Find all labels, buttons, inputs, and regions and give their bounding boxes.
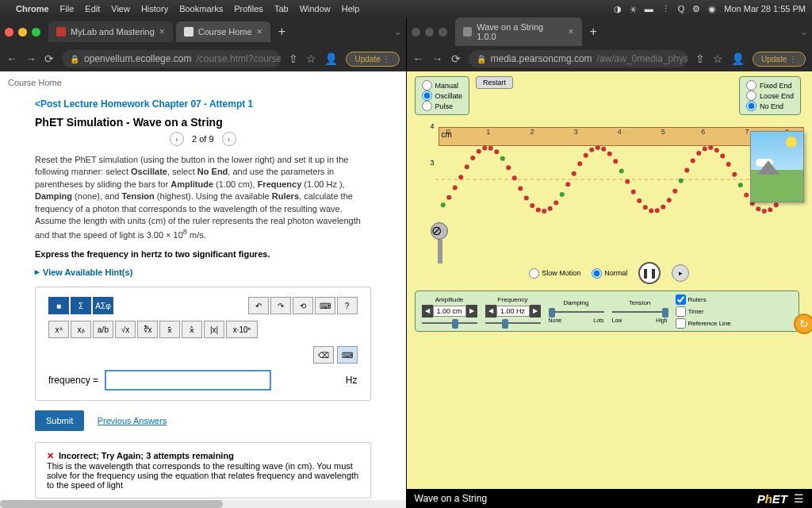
back-link[interactable]: <Post Lecture Homework Chapter 07 - Atte… xyxy=(35,98,371,110)
mode-pulse[interactable]: Pulse xyxy=(422,101,463,111)
end-loose[interactable]: Loose End xyxy=(746,90,794,101)
mode-oscillate[interactable]: Oscillate xyxy=(422,90,463,101)
end-fixed[interactable]: Fixed End xyxy=(746,80,794,90)
redo-button[interactable]: ↷ xyxy=(270,297,291,314)
help-button[interactable]: ? xyxy=(337,297,358,314)
templates-button[interactable]: ■ xyxy=(48,297,69,314)
menu-bookmarks[interactable]: Bookmarks xyxy=(179,4,223,13)
speed-normal[interactable]: Normal xyxy=(592,268,627,279)
math-btn[interactable]: √x xyxy=(115,321,136,338)
wifi-icon[interactable]: ⋮ xyxy=(661,4,670,14)
close-window-button[interactable] xyxy=(5,28,13,37)
frequency-dec-button[interactable]: ◀ xyxy=(485,305,496,318)
horizontal-scrollbar[interactable] xyxy=(0,500,406,508)
menu-view[interactable]: View xyxy=(111,4,130,13)
share-icon[interactable]: ⇧ xyxy=(289,52,298,65)
close-tab-icon[interactable]: × xyxy=(568,26,573,37)
keyboard-shortcut-button[interactable]: ⌨ xyxy=(337,346,358,364)
forward-button[interactable]: → xyxy=(25,52,36,65)
menu-profiles[interactable]: Profiles xyxy=(234,4,263,13)
reload-button[interactable]: ⟳ xyxy=(44,52,54,65)
amplitude-value[interactable]: 1.00 cm xyxy=(433,306,466,317)
tab-mylab[interactable]: MyLab and Mastering × xyxy=(48,21,173,42)
profile-icon[interactable]: 👤 xyxy=(731,52,745,65)
restart-button[interactable]: Restart xyxy=(476,76,513,89)
pause-button[interactable]: ❚❚ xyxy=(638,262,661,284)
reset-button[interactable]: ⟲ xyxy=(293,297,313,314)
timer-check[interactable]: Timer xyxy=(676,306,731,317)
breadcrumb[interactable]: Course Home xyxy=(0,71,406,94)
app-name[interactable]: Chrome xyxy=(16,4,49,13)
greek-button[interactable]: ΑΣφ xyxy=(93,297,113,314)
view-hints-link[interactable]: ▸ View Available Hint(s) xyxy=(35,267,371,277)
math-btn[interactable]: xᵃ xyxy=(48,321,69,338)
menu-edit[interactable]: Edit xyxy=(85,4,100,13)
bookmark-icon[interactable]: ☆ xyxy=(713,52,723,65)
keyboard-button[interactable]: ⌨ xyxy=(315,297,335,314)
math-btn[interactable]: x·10ⁿ xyxy=(226,321,258,338)
back-button[interactable]: ← xyxy=(6,52,17,65)
search-icon[interactable]: Q xyxy=(678,4,685,13)
refline-check[interactable]: Reference Line xyxy=(676,318,731,329)
symbols-button[interactable]: Σ xyxy=(71,297,91,314)
oscillator-wrench[interactable]: ⊘ xyxy=(431,222,450,262)
menu-file[interactable]: File xyxy=(60,4,75,13)
close-tab-icon[interactable]: × xyxy=(159,26,165,37)
tab-phet[interactable]: Wave on a String 1.0.0 × xyxy=(455,17,582,46)
step-button[interactable]: ▸ xyxy=(672,264,689,282)
minimize-window-button[interactable] xyxy=(18,28,27,37)
speed-slow[interactable]: Slow Motion xyxy=(529,268,580,279)
status-icon[interactable]: ◑ xyxy=(614,4,622,14)
new-tab-button[interactable]: + xyxy=(590,25,597,39)
zoom-window-button[interactable] xyxy=(439,28,447,37)
update-button[interactable]: Update ⋮ xyxy=(753,52,806,67)
menu-history[interactable]: History xyxy=(141,4,168,13)
undo-button[interactable]: ↶ xyxy=(248,297,269,314)
math-btn[interactable]: x̄ xyxy=(159,321,180,338)
math-btn[interactable]: ∛x xyxy=(137,321,158,338)
menu-tab[interactable]: Tab xyxy=(274,4,289,13)
frequency-inc-button[interactable]: ▶ xyxy=(530,305,541,318)
frequency-value[interactable]: 1.00 Hz xyxy=(496,306,530,317)
tabs-overflow-icon[interactable]: ⌄ xyxy=(800,27,807,37)
amplitude-dec-button[interactable]: ◀ xyxy=(422,305,433,318)
minimize-window-button[interactable] xyxy=(425,28,434,37)
profile-icon[interactable]: 👤 xyxy=(324,52,338,65)
end-no-end[interactable]: No End xyxy=(746,101,794,111)
battery-icon[interactable]: ▬ xyxy=(645,4,653,13)
close-window-button[interactable] xyxy=(412,28,420,37)
prev-question-button[interactable]: ‹ xyxy=(170,132,184,146)
next-question-button[interactable]: › xyxy=(222,132,236,146)
bluetooth-icon[interactable]: ⚹ xyxy=(630,4,637,14)
previous-answers-link[interactable]: Previous Answers xyxy=(98,416,167,425)
menu-help[interactable]: Help xyxy=(342,4,360,13)
menu-window[interactable]: Window xyxy=(300,4,331,13)
math-btn[interactable]: a/b xyxy=(93,321,113,338)
back-button[interactable]: ← xyxy=(413,52,424,65)
frequency-slider[interactable] xyxy=(485,319,541,327)
amplitude-slider[interactable] xyxy=(422,319,477,327)
answer-input[interactable] xyxy=(105,370,271,391)
menu-icon[interactable]: ☰ xyxy=(794,492,804,505)
tabs-overflow-icon[interactable]: ⌄ xyxy=(394,27,401,37)
amplitude-inc-button[interactable]: ▶ xyxy=(466,305,477,318)
tab-course-home[interactable]: Course Home × xyxy=(176,21,270,42)
bookmark-icon[interactable]: ☆ xyxy=(306,52,316,65)
phet-logo[interactable]: PhET xyxy=(757,492,787,506)
address-bar[interactable]: 🔒 media.pearsoncmg.com/aw/aw_0media_phys… xyxy=(469,50,688,67)
share-icon[interactable]: ⇧ xyxy=(695,52,705,65)
reset-all-button[interactable]: ↻ xyxy=(794,314,812,334)
address-bar[interactable]: 🔒 openvellum.ecollege.com/course.html?co… xyxy=(62,50,281,67)
close-tab-icon[interactable]: × xyxy=(257,26,262,37)
math-btn[interactable]: x̂ xyxy=(182,321,202,338)
backspace-button[interactable]: ⌫ xyxy=(313,346,334,364)
update-button[interactable]: Update ⋮ xyxy=(346,52,399,67)
rulers-check[interactable]: Rulers xyxy=(676,294,731,305)
forward-button[interactable]: → xyxy=(432,52,443,65)
clock[interactable]: Mon Mar 28 1:55 PM xyxy=(724,4,806,13)
mode-manual[interactable]: Manual xyxy=(422,80,463,90)
math-btn[interactable]: |x| xyxy=(204,321,224,338)
zoom-window-button[interactable] xyxy=(32,28,40,37)
control-center-icon[interactable]: ⚙ xyxy=(692,4,700,14)
reload-button[interactable]: ⟳ xyxy=(451,52,461,65)
